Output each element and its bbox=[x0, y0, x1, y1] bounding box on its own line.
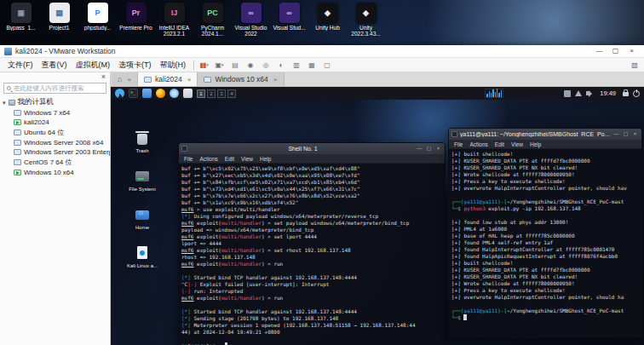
terminal-maximize-icon[interactable]: ▢ bbox=[425, 145, 433, 152]
close-library-icon[interactable]: × bbox=[101, 73, 106, 82]
sidebar-vm-ubuntu-64[interactable]: Ubuntu 64 位 bbox=[0, 127, 110, 138]
lock-icon[interactable] bbox=[623, 92, 629, 96]
tab-close-icon[interactable]: × bbox=[187, 76, 192, 83]
sidebar-vm-windows-7-x64[interactable]: Windows 7 x64 bbox=[0, 108, 110, 118]
workspace-button-4[interactable]: 4 bbox=[227, 89, 236, 98]
terminal1-body[interactable]: buf += b"\xc5\x02\x75\x25\xe9\xf8\xbf\x0… bbox=[179, 164, 445, 345]
menu-item-h[interactable]: 帮助(H) bbox=[156, 58, 191, 72]
terminal2-body[interactable]: [+] built shellcode![+] KUSER_SHARED_DAT… bbox=[449, 149, 641, 337]
terminal-menu-help[interactable]: Help bbox=[530, 141, 541, 147]
desktop-shortcut-intellij-idea-2023-2-1[interactable]: IJIntelliJ IDEA 2023.2.1 bbox=[156, 3, 193, 37]
file-manager-icon[interactable] bbox=[142, 89, 152, 98]
workspace-button-2[interactable]: 2 bbox=[207, 89, 216, 98]
vmware-library-panel: × 在此处键入内容进行搜索 我的计算机 Windows 7 x64kali202… bbox=[0, 72, 111, 345]
kali-desktop-icon-kali-linux-a[interactable]: Kali Linux a... bbox=[118, 244, 167, 269]
power-icon[interactable] bbox=[633, 90, 640, 97]
sidebar-vm-windows-server-2003-enterprise-x[interactable]: Windows Server 2003 Enterprise x... bbox=[0, 147, 110, 157]
terminal-menu-file[interactable]: File bbox=[184, 156, 193, 162]
terminal-launcher-icon[interactable] bbox=[129, 89, 138, 98]
terminal-menu-edit[interactable]: Edit bbox=[495, 141, 504, 147]
terminal-menu-view[interactable]: View bbox=[511, 141, 523, 147]
terminal-menu-edit[interactable]: Edit bbox=[225, 156, 234, 162]
unity-mode-button[interactable]: ▧ bbox=[628, 61, 641, 69]
kali-desktop-icon-file-system[interactable]: File System bbox=[118, 168, 167, 193]
sidebar-vm-centos-7-64[interactable]: CentOS 7 64 位 bbox=[0, 157, 110, 168]
workspace-switcher: 1234 bbox=[197, 89, 238, 98]
tree-root-my-computer[interactable]: 我的计算机 bbox=[0, 96, 110, 108]
snapshot-manager-button[interactable]: ◐ bbox=[274, 61, 287, 69]
text-segment bbox=[463, 314, 467, 320]
fullscreen-button[interactable]: ▢ bbox=[320, 61, 333, 69]
desktop-shortcut-unity-2022-3-43[interactable]: ◆Unity 2022.3.43... bbox=[348, 3, 384, 37]
menu-item-t[interactable]: 选项卡(T) bbox=[114, 58, 156, 72]
vmware-titlebar[interactable]: kali2024 - VMware Workstation —▢× bbox=[0, 45, 644, 58]
sidebar-vm-windows-server-2008-x64[interactable]: Windows Server 2008 x64 bbox=[0, 138, 110, 147]
desktop-shortcut-visual-stud[interactable]: ∞Visual Stud... bbox=[271, 3, 308, 37]
terminal-close-icon[interactable]: × bbox=[434, 145, 442, 152]
sidebar-vm-kali2024[interactable]: kali2024 bbox=[0, 118, 110, 127]
terminal-menu-help[interactable]: Help bbox=[260, 156, 271, 162]
terminal-line: ┌──(ya111@ya111)-[~/Yonghengzhihei/SMBGh… bbox=[451, 198, 639, 205]
revert-snapshot-button[interactable]: ◎ bbox=[259, 61, 272, 69]
terminal-minimize-icon[interactable]: — bbox=[416, 145, 423, 152]
workspace-button-1[interactable]: 1 bbox=[197, 89, 205, 98]
kali-desktop-icon-trash[interactable]: Trash bbox=[118, 129, 167, 154]
workspace-button-3[interactable]: 3 bbox=[217, 89, 226, 98]
vm-screen[interactable]: 1234 19:49 TrashFile SystemHomeKali Linu… bbox=[111, 87, 644, 345]
cpu-bar bbox=[495, 92, 496, 97]
text-segment: ~/Yonghengzhihei/SMBGhost_RCE_PoC-mast bbox=[507, 198, 624, 204]
terminal-minimize-icon[interactable]: — bbox=[612, 130, 620, 138]
library-search-input[interactable]: 在此处键入内容进行搜索 bbox=[3, 83, 106, 94]
clipboard-icon[interactable] bbox=[564, 90, 571, 97]
desktop-shortcut-project1[interactable]: ▤Project1 bbox=[41, 3, 78, 37]
desktop-shortcut-unity-hub[interactable]: ◆Unity Hub bbox=[309, 3, 346, 37]
kali-desktop-icon-home[interactable]: Home bbox=[118, 206, 167, 231]
app-icon: P bbox=[88, 3, 108, 23]
tab-home[interactable]: ⌂× bbox=[112, 72, 138, 86]
desktop-shortcut-visual-studio-2022[interactable]: ∞Visual Studio 2022 bbox=[233, 3, 269, 37]
terminal-line: msf6 exploit(multi/handler) > set payloa… bbox=[181, 220, 442, 227]
show-thumbnail-bar-button[interactable]: ▦ bbox=[305, 61, 318, 69]
app-icon: ▣ bbox=[11, 3, 32, 23]
terminal-line: ^C[-] Exploit failed [user-interrupt]: I… bbox=[181, 281, 442, 288]
desktop-shortcut-premiere-pro[interactable]: PrPremiere Pro bbox=[118, 3, 154, 37]
terminal-menu-actions[interactable]: Actions bbox=[199, 156, 217, 162]
text-segment: [+] overwrote HalpInterruptController po… bbox=[451, 294, 624, 300]
close-button[interactable]: × bbox=[624, 45, 640, 57]
terminal2-titlebar[interactable]: ya111@ya111: ~/Yonghengzhihei/SMBGhost_R… bbox=[449, 129, 641, 140]
terminal-line: [+] found low stub at phys addr 13000! bbox=[451, 219, 639, 226]
maximize-button[interactable]: ▢ bbox=[607, 45, 624, 57]
power-options-button[interactable]: ▣▾ bbox=[213, 61, 226, 69]
menu-item-v[interactable]: 查看(V) bbox=[37, 58, 72, 72]
show-library-button[interactable]: ▥ bbox=[290, 61, 302, 69]
kali-desktop-icon-label: Trash bbox=[118, 148, 167, 154]
menu-item-f[interactable]: 文件(F) bbox=[3, 58, 37, 72]
kali-menu-icon[interactable] bbox=[115, 89, 124, 98]
network-icon[interactable] bbox=[575, 90, 582, 96]
terminal-menu-view[interactable]: View bbox=[241, 156, 253, 162]
text-editor-icon[interactable] bbox=[183, 89, 193, 98]
terminal-menu-file[interactable]: File bbox=[454, 141, 463, 147]
sidebar-vm-windows-10-x64[interactable]: Windows 10 x64 bbox=[0, 168, 110, 177]
tab-windows-10-x64[interactable]: Windows 10 x64× bbox=[198, 72, 284, 86]
terminal1-titlebar[interactable]: Shell No. 1 —▢× bbox=[179, 143, 445, 154]
web-browser-icon[interactable] bbox=[170, 89, 179, 98]
clock[interactable]: 19:49 bbox=[597, 89, 618, 97]
terminal-maximize-icon[interactable]: ▢ bbox=[622, 130, 630, 138]
desktop-shortcut-pycharm-2024-1[interactable]: PCPyCharm 2024.1... bbox=[194, 3, 231, 37]
terminal-close-icon[interactable]: × bbox=[631, 130, 639, 138]
tab-kali2024[interactable]: kali2024× bbox=[138, 72, 198, 86]
menu-item-m[interactable]: 虚拟机(M) bbox=[72, 58, 115, 72]
firefox-icon[interactable] bbox=[156, 89, 165, 98]
minimize-button[interactable]: — bbox=[591, 45, 607, 57]
tab-close-icon[interactable]: × bbox=[273, 76, 278, 83]
text-segment: [*] bbox=[181, 315, 191, 321]
terminal-menu-actions[interactable]: Actions bbox=[469, 141, 487, 147]
desktop-shortcut-phpstudy[interactable]: Pphpstudy... bbox=[79, 3, 116, 37]
tab-close-icon[interactable]: × bbox=[127, 76, 131, 83]
desktop-shortcut-bypass_1[interactable]: ▣Bypass_1... bbox=[3, 3, 39, 37]
send-ctrl-alt-del-button[interactable]: ▤ bbox=[228, 61, 241, 69]
suspend-button[interactable]: ▮▮▾ bbox=[198, 61, 210, 69]
volume-icon[interactable] bbox=[586, 91, 589, 95]
take-snapshot-button[interactable]: ◉ bbox=[244, 61, 256, 69]
